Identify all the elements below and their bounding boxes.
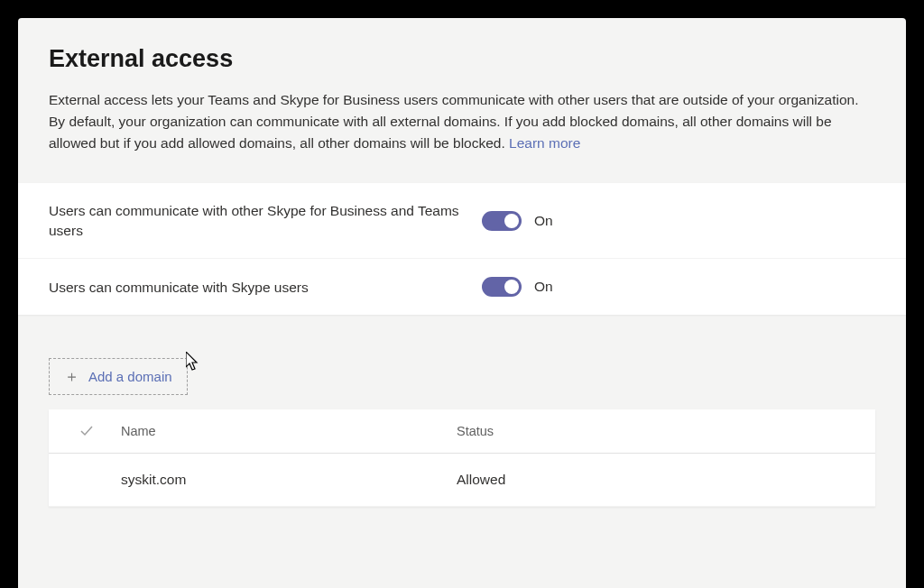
setting-label: Users can communicate with other Skype f…: [49, 201, 482, 240]
page-title: External access: [49, 45, 875, 73]
table-row[interactable]: syskit.com Allowed: [49, 454, 875, 507]
domain-table: Name Status syskit.com Allowed: [49, 409, 875, 507]
settings-card: Users can communicate with other Skype f…: [18, 183, 906, 315]
header-area: External access External access lets you…: [18, 45, 906, 172]
description-body: External access lets your Teams and Skyp…: [49, 92, 858, 151]
domains-area: ＋ Add a domain Name Status syskit.com Al…: [18, 315, 906, 507]
toggle-switch[interactable]: [482, 277, 522, 297]
setting-row-teams-skype: Users can communicate with other Skype f…: [18, 183, 906, 259]
setting-label: Users can communicate with Skype users: [49, 278, 482, 298]
plus-icon: ＋: [64, 369, 79, 384]
setting-row-skype-users: Users can communicate with Skype users O…: [18, 259, 906, 315]
column-check: [60, 424, 114, 438]
add-domain-label: Add a domain: [88, 369, 172, 384]
toggle-state-label: On: [534, 213, 553, 229]
toggle-state-label: On: [534, 279, 553, 295]
description-text: External access lets your Teams and Skyp…: [49, 89, 875, 154]
column-header-name[interactable]: Name: [114, 424, 457, 438]
toggle-group: On: [482, 277, 553, 297]
table-header: Name Status: [49, 409, 875, 454]
row-status-cell: Allowed: [457, 472, 864, 488]
toggle-group: On: [482, 211, 553, 231]
row-name-cell: syskit.com: [114, 472, 457, 488]
external-access-page: External access External access lets you…: [18, 18, 906, 588]
learn-more-link[interactable]: Learn more: [509, 135, 580, 151]
add-domain-button[interactable]: ＋ Add a domain: [49, 358, 188, 395]
column-header-status[interactable]: Status: [457, 424, 864, 438]
checkmark-icon: [79, 424, 94, 438]
toggle-switch[interactable]: [482, 211, 522, 231]
